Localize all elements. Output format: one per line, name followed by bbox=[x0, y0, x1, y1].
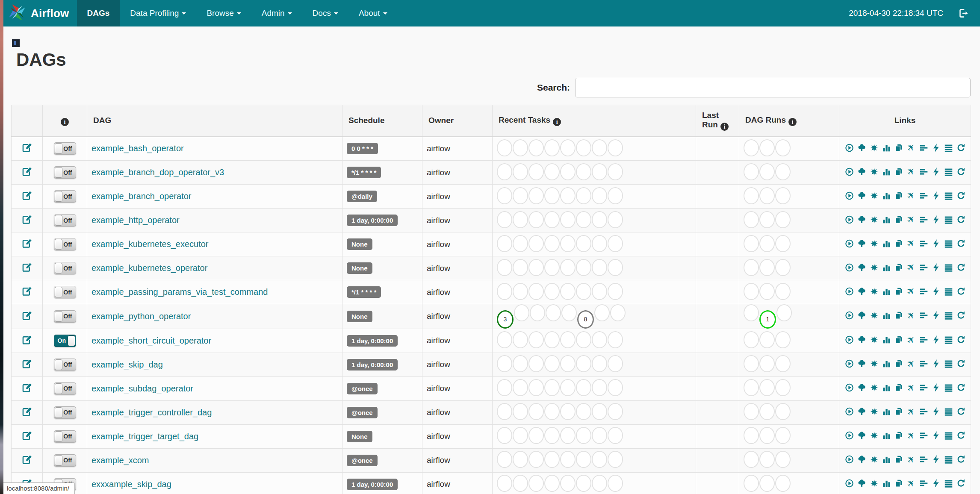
state-circle[interactable] bbox=[744, 304, 759, 321]
graph-view-icon[interactable] bbox=[870, 143, 879, 153]
edit-dag-icon[interactable] bbox=[22, 311, 32, 321]
task-tries-icon[interactable] bbox=[894, 215, 903, 224]
trigger-dag-icon[interactable] bbox=[845, 359, 854, 368]
task-duration-icon[interactable] bbox=[882, 143, 891, 153]
state-circle[interactable] bbox=[544, 427, 560, 444]
state-circle[interactable] bbox=[497, 331, 512, 348]
state-circle[interactable] bbox=[560, 379, 576, 396]
state-circle[interactable] bbox=[576, 427, 591, 444]
logs-icon[interactable] bbox=[944, 431, 953, 440]
state-circle[interactable] bbox=[592, 355, 607, 372]
trigger-dag-icon[interactable] bbox=[845, 479, 854, 488]
gantt-view-icon[interactable] bbox=[919, 335, 928, 344]
tree-view-icon[interactable] bbox=[857, 215, 866, 224]
state-circle[interactable] bbox=[759, 451, 775, 468]
task-tries-icon[interactable] bbox=[894, 191, 903, 200]
code-view-icon[interactable] bbox=[932, 311, 941, 320]
state-circle[interactable] bbox=[592, 451, 607, 468]
dag-link[interactable]: example_trigger_controller_dag bbox=[92, 408, 212, 417]
state-circle[interactable] bbox=[775, 403, 791, 420]
edit-dag-icon[interactable] bbox=[22, 335, 32, 345]
state-circle[interactable] bbox=[608, 139, 623, 156]
task-duration-icon[interactable] bbox=[882, 479, 891, 488]
state-circle[interactable] bbox=[759, 259, 775, 276]
state-circle[interactable] bbox=[759, 403, 775, 420]
state-circle[interactable] bbox=[513, 283, 528, 300]
state-circle[interactable] bbox=[576, 379, 591, 396]
state-circle[interactable] bbox=[759, 211, 775, 228]
refresh-icon[interactable] bbox=[956, 263, 965, 272]
task-tries-icon[interactable] bbox=[894, 287, 903, 296]
state-circle[interactable] bbox=[560, 355, 576, 372]
state-circle[interactable] bbox=[497, 403, 512, 420]
state-circle[interactable] bbox=[592, 139, 607, 156]
dag-link[interactable]: example_short_circuit_operator bbox=[92, 336, 211, 345]
state-circle[interactable] bbox=[513, 355, 528, 372]
landing-times-icon[interactable]: ✈ bbox=[907, 263, 916, 272]
state-circle[interactable] bbox=[610, 304, 626, 321]
logs-icon[interactable] bbox=[944, 383, 953, 392]
state-circle[interactable] bbox=[530, 304, 545, 321]
state-circle[interactable] bbox=[775, 331, 791, 348]
state-circle[interactable] bbox=[744, 355, 759, 372]
task-duration-icon[interactable] bbox=[882, 407, 891, 416]
state-circle[interactable] bbox=[592, 211, 607, 228]
logs-icon[interactable] bbox=[944, 359, 953, 368]
logs-icon[interactable] bbox=[944, 215, 953, 224]
landing-times-icon[interactable]: ✈ bbox=[907, 335, 916, 344]
task-duration-icon[interactable] bbox=[882, 335, 891, 344]
state-circle[interactable] bbox=[775, 427, 791, 444]
dag-link[interactable]: example_kubernetes_executor bbox=[92, 239, 209, 249]
dag-link[interactable]: example_skip_dag bbox=[92, 360, 163, 369]
state-circle[interactable] bbox=[513, 211, 528, 228]
state-circle[interactable] bbox=[775, 355, 791, 372]
state-circle[interactable] bbox=[759, 475, 775, 492]
state-circle[interactable] bbox=[592, 403, 607, 420]
pause-toggle[interactable]: Off bbox=[54, 430, 76, 443]
state-circle[interactable] bbox=[576, 139, 591, 156]
code-view-icon[interactable] bbox=[932, 455, 941, 464]
state-circle[interactable] bbox=[759, 283, 775, 300]
nav-item-docs[interactable]: Docs bbox=[302, 0, 348, 26]
state-circle[interactable] bbox=[560, 283, 576, 300]
state-circle[interactable] bbox=[544, 451, 560, 468]
state-circle[interactable] bbox=[528, 163, 544, 180]
state-circle[interactable] bbox=[497, 139, 512, 156]
pause-toggle[interactable]: On bbox=[54, 335, 76, 347]
tree-view-icon[interactable] bbox=[857, 191, 866, 200]
state-circle[interactable] bbox=[513, 331, 528, 348]
state-circle[interactable] bbox=[497, 211, 512, 228]
state-circle[interactable] bbox=[744, 163, 759, 180]
state-circle[interactable] bbox=[775, 283, 791, 300]
state-circle[interactable] bbox=[544, 187, 560, 204]
edit-dag-icon[interactable] bbox=[22, 238, 32, 248]
state-circle[interactable] bbox=[592, 187, 607, 204]
state-circle[interactable] bbox=[576, 355, 591, 372]
state-circle[interactable] bbox=[544, 355, 560, 372]
gantt-view-icon[interactable] bbox=[919, 143, 928, 153]
state-circle[interactable] bbox=[576, 163, 591, 180]
edit-dag-icon[interactable] bbox=[22, 359, 32, 369]
state-circle[interactable] bbox=[775, 211, 791, 228]
tree-view-icon[interactable] bbox=[857, 479, 866, 488]
state-circle[interactable] bbox=[608, 259, 623, 276]
state-circle[interactable] bbox=[576, 211, 591, 228]
task-tries-icon[interactable] bbox=[894, 263, 903, 272]
brand[interactable]: Airflow bbox=[3, 0, 77, 26]
state-circle[interactable] bbox=[744, 139, 759, 156]
state-circle[interactable] bbox=[560, 139, 576, 156]
nav-item-browse[interactable]: Browse bbox=[196, 0, 251, 26]
dag-link[interactable]: example_subdag_operator bbox=[92, 384, 193, 393]
state-circle[interactable] bbox=[560, 403, 576, 420]
task-tries-icon[interactable] bbox=[894, 407, 903, 416]
state-circle[interactable] bbox=[544, 379, 560, 396]
gantt-view-icon[interactable] bbox=[919, 191, 928, 200]
state-circle[interactable] bbox=[546, 304, 561, 321]
trigger-dag-icon[interactable] bbox=[845, 215, 854, 224]
task-duration-icon[interactable] bbox=[882, 431, 891, 440]
pause-toggle[interactable]: Off bbox=[54, 142, 76, 155]
state-circle[interactable] bbox=[528, 187, 544, 204]
state-circle[interactable] bbox=[775, 139, 791, 156]
state-circle[interactable] bbox=[528, 379, 544, 396]
state-circle[interactable] bbox=[497, 451, 512, 468]
